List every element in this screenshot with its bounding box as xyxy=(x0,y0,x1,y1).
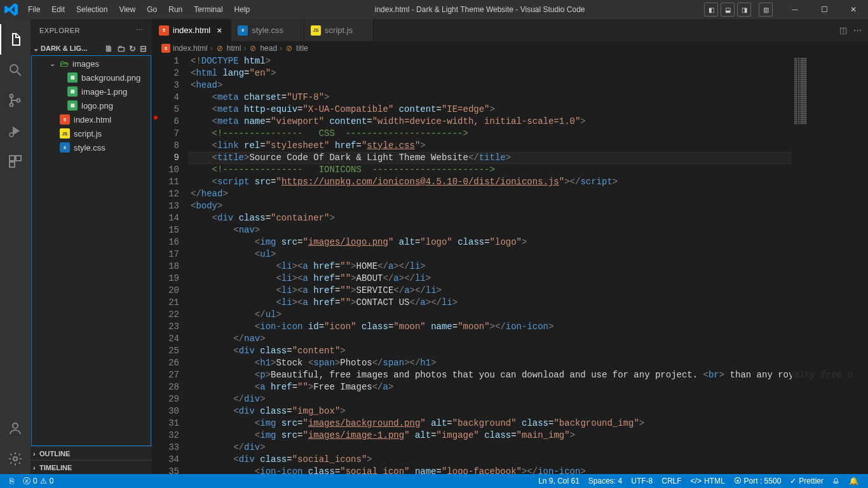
tab-style-css[interactable]: #style.css xyxy=(231,19,304,41)
tree-logo-png[interactable]: ▧logo.png xyxy=(32,98,151,112)
file-tree[interactable]: ⌄🗁images▧background.png▧image-1.png▧logo… xyxy=(31,55,151,446)
code-line[interactable]: <li><a href="">HOME</a></li> xyxy=(188,261,868,273)
menu-view[interactable]: View xyxy=(113,1,141,18)
code-line[interactable]: <meta http-equiv="X-UA-Compatible" conte… xyxy=(188,104,868,116)
menu-selection[interactable]: Selection xyxy=(71,1,113,18)
maximize-button[interactable]: ☐ xyxy=(810,0,839,19)
tab-close-icon[interactable]: × xyxy=(214,25,224,36)
activity-search[interactable] xyxy=(0,55,31,85)
code-line[interactable]: <li><a href="">SERVICE</a></li> xyxy=(188,285,868,297)
tree-images[interactable]: ⌄🗁images xyxy=(32,57,151,71)
code-line[interactable]: <ul> xyxy=(188,248,868,261)
layout-sidebar-right-icon[interactable]: ◨ xyxy=(737,3,751,17)
menu-go[interactable]: Go xyxy=(141,1,163,18)
code-line[interactable]: <h1>Stock <span>Photos</span></h1> xyxy=(188,357,868,369)
collapse-all-icon[interactable]: ⊟ xyxy=(140,44,147,53)
code-line[interactable]: </head> xyxy=(188,188,868,200)
code-line[interactable]: <meta name="viewport" content="width=dev… xyxy=(188,116,868,128)
menu-terminal[interactable]: Terminal xyxy=(188,1,228,18)
layout-sidebar-left-icon[interactable]: ◧ xyxy=(704,3,718,17)
code-content[interactable]: <!DOCTYPE html><html lang="en"><head> <m… xyxy=(188,55,868,474)
tree-image-1-png[interactable]: ▧image-1.png xyxy=(32,85,151,98)
code-line[interactable]: <div class="social_icons"> xyxy=(188,454,868,466)
timeline-section[interactable]: › TIMELINE xyxy=(31,460,152,474)
code-line[interactable]: <title>Source Code Of Dark & Light Theme… xyxy=(188,152,868,164)
code-editor[interactable]: 1234567891011121314151617181920212223242… xyxy=(153,55,868,474)
menu-run[interactable]: Run xyxy=(163,1,188,18)
breakpoint-icon[interactable] xyxy=(154,116,158,119)
new-folder-icon[interactable]: 🗀 xyxy=(117,44,125,53)
new-file-icon[interactable]: 🗎 xyxy=(105,44,113,53)
code-line[interactable]: <!DOCTYPE html> xyxy=(188,55,868,67)
code-line[interactable]: </nav> xyxy=(188,333,868,345)
code-line[interactable]: <a href="">Free Images</a> xyxy=(188,381,868,393)
status-encoding[interactable]: UTF-8 xyxy=(627,477,657,485)
code-line[interactable]: </div> xyxy=(188,442,868,454)
breadcrumb-item[interactable]: 5 index.html xyxy=(161,44,208,53)
code-line[interactable]: <!--------------- IONICONS -------------… xyxy=(188,164,868,176)
activity-extensions[interactable] xyxy=(0,146,31,177)
code-line[interactable]: <li><a href="">CONTACT US</a></li> xyxy=(188,297,868,309)
code-line[interactable]: <div class="content"> xyxy=(188,345,868,357)
breadcrumb-item[interactable]: ⊘ title xyxy=(285,44,308,53)
code-line[interactable]: <meta charset="UTF-8"> xyxy=(188,92,868,104)
split-editor-icon[interactable]: ◫ xyxy=(839,25,847,35)
layout-panel-icon[interactable]: ⬓ xyxy=(721,3,735,17)
outline-section[interactable]: › OUTLINE xyxy=(31,446,152,460)
tab-script-js[interactable]: JSscript.js xyxy=(304,19,374,41)
status-cursor[interactable]: Ln 9, Col 61 xyxy=(534,477,584,485)
code-line[interactable]: </div> xyxy=(188,393,868,405)
code-line[interactable]: <body> xyxy=(188,200,868,212)
code-line[interactable]: <nav> xyxy=(188,224,868,236)
folder-header[interactable]: ⌄ DARK & LIG... 🗎 🗀 ↻ ⊟ xyxy=(31,41,152,55)
status-indent[interactable]: Spaces: 4 xyxy=(584,477,627,485)
menu-help[interactable]: Help xyxy=(229,1,256,18)
activity-run-debug[interactable] xyxy=(0,116,31,146)
tab-index-html[interactable]: 5index.html× xyxy=(153,19,231,41)
code-line[interactable]: <div class="container"> xyxy=(188,212,868,224)
code-line[interactable]: <img src="images/background.png" alt="ba… xyxy=(188,417,868,430)
code-line[interactable]: <script src="https://unpkg.com/ionicons@… xyxy=(188,176,868,188)
code-line[interactable]: <ion-icon class="social_icon" name="logo… xyxy=(188,466,868,474)
status-prettier[interactable]: ✓ Prettier xyxy=(785,477,828,485)
minimize-button[interactable]: ─ xyxy=(780,0,810,19)
customize-layout-icon[interactable]: ▥ xyxy=(759,3,773,17)
status-remote[interactable]: ⎘ xyxy=(5,474,18,488)
code-line[interactable]: <head> xyxy=(188,79,868,92)
tab-more-icon[interactable]: ⋯ xyxy=(853,25,862,35)
status-bell[interactable]: 🔔 xyxy=(844,477,863,485)
tree-index-html[interactable]: 5index.html xyxy=(32,112,151,126)
code-line[interactable]: <img src="images/logo.png" alt="logo" cl… xyxy=(188,236,868,248)
sidebar-more-icon[interactable]: ⋯ xyxy=(136,26,144,34)
activity-explorer[interactable] xyxy=(0,24,31,55)
status-problems[interactable]: ⓧ0 ⚠0 xyxy=(18,474,58,488)
breadcrumb-item[interactable]: ⊘ html xyxy=(215,44,241,53)
activity-settings[interactable] xyxy=(0,444,31,474)
code-line[interactable]: <li><a href="">ABOUT</a></li> xyxy=(188,273,868,285)
menu-file[interactable]: File xyxy=(22,1,46,18)
code-line[interactable]: <img src="images/image-1.png" alt="imgag… xyxy=(188,430,868,442)
status-liveserver[interactable]: ⦿ Port : 5500 xyxy=(729,477,786,485)
code-line[interactable]: <!--------------- CSS ------------------… xyxy=(188,128,868,140)
code-line[interactable]: <ion-icon id="icon" class="moon" name="m… xyxy=(188,321,868,333)
code-line[interactable]: <p>Beautiful, free images and photos tha… xyxy=(188,369,868,381)
close-button[interactable]: ✕ xyxy=(839,0,868,19)
code-line[interactable]: <html lang="en"> xyxy=(188,67,868,79)
code-line[interactable]: <div class="img_box"> xyxy=(188,405,868,417)
activity-source-control[interactable] xyxy=(0,85,31,116)
code-line[interactable]: <link rel="stylesheet" href="style.css"> xyxy=(188,140,868,152)
line-number-gutter[interactable]: 1234567891011121314151617181920212223242… xyxy=(159,55,188,474)
menu-edit[interactable]: Edit xyxy=(46,1,71,18)
refresh-icon[interactable]: ↻ xyxy=(129,44,136,53)
tree-style-css[interactable]: #style.css xyxy=(32,140,151,154)
minimap[interactable]: ████ ██ ████████ ████ ██ ████████ ████ █… xyxy=(792,55,868,474)
breadcrumb-item[interactable]: ⊘ head xyxy=(248,44,277,53)
tree-background-png[interactable]: ▧background.png xyxy=(32,71,151,85)
status-feedback[interactable]: 🕭 xyxy=(828,477,844,485)
activity-accounts[interactable] xyxy=(0,413,31,444)
code-line[interactable]: </ul> xyxy=(188,309,868,321)
status-eol[interactable]: CRLF xyxy=(657,477,686,485)
breadcrumb[interactable]: 5 index.html›⊘ html›⊘ head›⊘ title xyxy=(153,41,868,55)
status-language[interactable]: </> HTML xyxy=(686,477,729,485)
tree-script-js[interactable]: JSscript.js xyxy=(32,126,151,140)
